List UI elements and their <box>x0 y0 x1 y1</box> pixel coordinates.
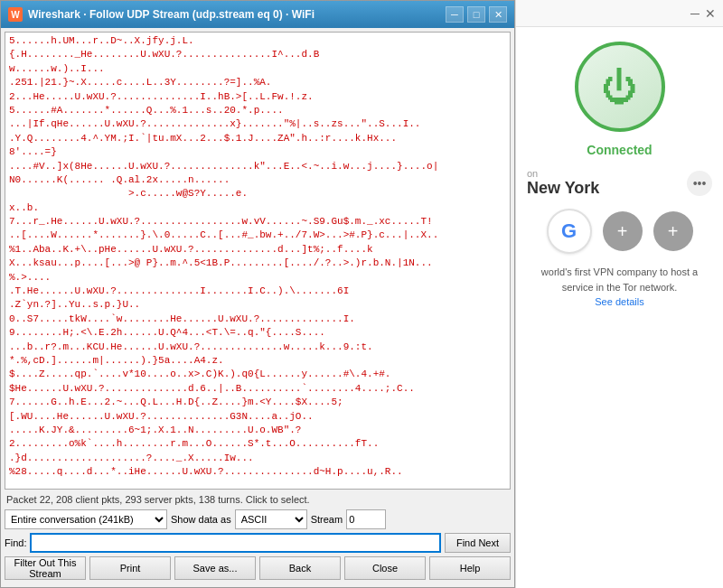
stream-label: Stream <box>311 514 343 525</box>
encoding-dropdown[interactable]: ASCII <box>235 509 307 529</box>
controls-row: Entire conversation (241kB) Show data as… <box>5 509 511 529</box>
show-data-label: Show data as <box>171 514 231 525</box>
close-button[interactable]: ✕ <box>489 6 507 23</box>
vpn-description: world's first VPN company to host a serv… <box>527 265 712 310</box>
add-app-button-1[interactable]: + <box>603 211 643 251</box>
vpn-close-button[interactable]: ✕ <box>705 6 716 21</box>
minimize-button[interactable]: ─ <box>446 6 464 23</box>
content-area: 5......h.UM...r..D~..X.jfy.j.L. {.H.....… <box>1 28 514 587</box>
status-bar: Packet 22, 208 client pkts, 293 server p… <box>5 493 511 506</box>
vpn-panel: ─ ✕ ⏻ Connected on New York ••• G + + <box>515 0 723 588</box>
conversation-dropdown[interactable]: Entire conversation (241kB) <box>5 509 167 529</box>
window-title: Wireshark · Follow UDP Stream (udp.strea… <box>28 8 446 21</box>
filter-out-button[interactable]: Filter Out This Stream <box>5 556 86 580</box>
vpn-title-bar: ─ ✕ <box>516 0 723 27</box>
find-row: Find: Find Next <box>5 533 511 553</box>
close-button[interactable]: Close <box>344 556 426 580</box>
find-next-button[interactable]: Find Next <box>445 533 511 553</box>
vpn-minimize-button[interactable]: ─ <box>690 6 700 21</box>
button-row: Filter Out This Stream Print Save as... … <box>5 556 511 583</box>
add-app-button-2[interactable]: + <box>653 211 693 251</box>
location-sublabel: on <box>527 168 681 179</box>
power-icon: ⏻ <box>602 67 638 107</box>
wireshark-window: W Wireshark · Follow UDP Stream (udp.str… <box>0 0 515 588</box>
save-as-button[interactable]: Save as... <box>174 556 256 580</box>
title-bar: W Wireshark · Follow UDP Stream (udp.str… <box>1 1 514 28</box>
vpn-power-circle[interactable]: ⏻ <box>575 42 665 132</box>
google-icon[interactable]: G <box>547 209 592 254</box>
connected-label: Connected <box>587 143 652 157</box>
vpn-window-controls: ─ ✕ <box>690 6 716 21</box>
app-icons-row: G + + <box>547 209 693 254</box>
find-input[interactable] <box>30 533 440 553</box>
more-options-button[interactable]: ••• <box>687 171 712 196</box>
back-button[interactable]: Back <box>259 556 341 580</box>
maximize-button[interactable]: □ <box>467 6 485 23</box>
stream-number-input[interactable] <box>346 509 386 529</box>
location-name: New York <box>527 179 681 198</box>
location-row: on New York ••• <box>527 168 712 198</box>
see-details-link[interactable]: See details <box>595 296 643 307</box>
stream-display[interactable]: 5......h.UM...r..D~..X.jfy.j.L. {.H.....… <box>5 32 511 490</box>
vpn-content: ⏻ Connected on New York ••• G + + world'… <box>516 27 723 588</box>
print-button[interactable]: Print <box>89 556 171 580</box>
find-label: Find: <box>5 537 26 548</box>
wireshark-icon: W <box>8 7 23 22</box>
window-controls: ─ □ ✕ <box>446 6 507 23</box>
help-button[interactable]: Help <box>429 556 511 580</box>
